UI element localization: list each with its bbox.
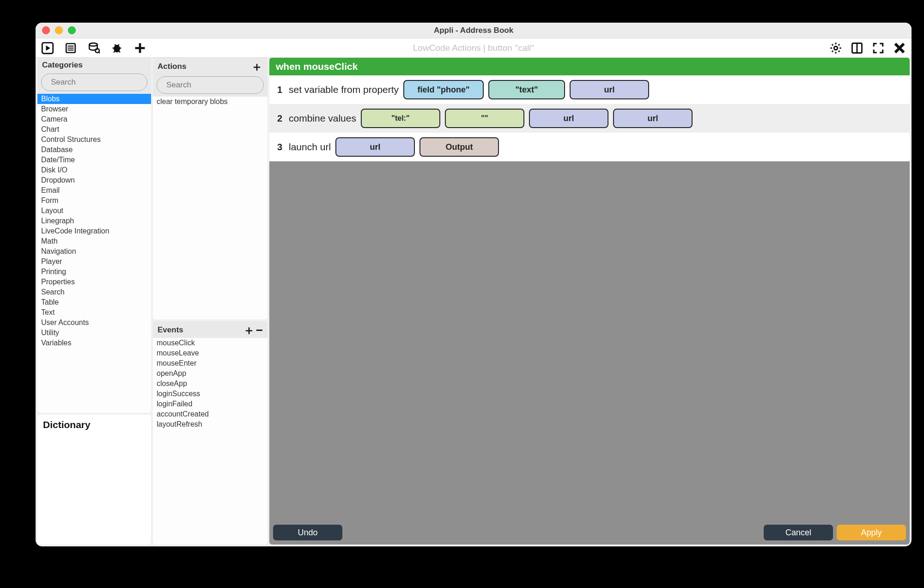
step-label: combine values bbox=[289, 113, 356, 124]
category-item[interactable]: Navigation bbox=[37, 246, 151, 257]
editor-body: Categories BlobsBrowserCameraChartContro… bbox=[36, 58, 912, 546]
actions-list[interactable]: clear temporary blobs bbox=[153, 97, 267, 319]
step-chip[interactable]: Output bbox=[419, 137, 499, 157]
category-item[interactable]: Text bbox=[37, 307, 151, 318]
category-item[interactable]: Database bbox=[37, 145, 151, 155]
step-number: 1 bbox=[273, 85, 282, 95]
event-item[interactable]: closeApp bbox=[153, 379, 267, 389]
svg-rect-2 bbox=[68, 45, 74, 46]
category-item[interactable]: Browser bbox=[37, 104, 151, 114]
categories-header: Categories bbox=[42, 61, 83, 70]
category-item[interactable]: Properties bbox=[37, 277, 151, 287]
close-traffic-light[interactable] bbox=[42, 26, 50, 34]
category-item[interactable]: Variables bbox=[37, 338, 151, 348]
svg-point-8 bbox=[834, 46, 837, 49]
database-icon[interactable] bbox=[87, 42, 100, 55]
category-item[interactable]: Disk I/O bbox=[37, 165, 151, 175]
step-label: set variable from property bbox=[289, 84, 399, 95]
category-item[interactable]: Utility bbox=[37, 328, 151, 338]
category-item[interactable]: User Accounts bbox=[37, 318, 151, 328]
categories-column: Categories BlobsBrowserCameraChartContro… bbox=[36, 58, 153, 546]
plus-icon[interactable] bbox=[134, 42, 146, 55]
step-chip[interactable]: url bbox=[529, 109, 608, 128]
actions-search[interactable] bbox=[157, 76, 264, 94]
step-chip[interactable]: "text" bbox=[488, 80, 565, 99]
categories-list[interactable]: BlobsBrowserCameraChartControl Structure… bbox=[37, 94, 151, 413]
traffic-lights bbox=[42, 26, 76, 34]
bug-icon[interactable] bbox=[110, 42, 123, 55]
category-item[interactable]: Email bbox=[37, 185, 151, 196]
category-item[interactable]: Linegraph bbox=[37, 216, 151, 226]
toolbar: LowCode Actions | button "call" bbox=[36, 38, 912, 58]
add-action-button[interactable]: ＋ bbox=[251, 61, 263, 73]
actions-panel: Actions ＋ clear temporary blobs bbox=[153, 58, 267, 319]
play-icon[interactable] bbox=[41, 42, 54, 55]
event-item[interactable]: mouseEnter bbox=[153, 358, 267, 368]
actions-search-input[interactable] bbox=[166, 80, 264, 90]
event-item[interactable]: loginFailed bbox=[153, 399, 267, 409]
svg-rect-3 bbox=[68, 47, 74, 48]
categories-search[interactable] bbox=[41, 74, 147, 91]
categories-panel: Categories BlobsBrowserCameraChartContro… bbox=[37, 58, 151, 413]
svg-point-6 bbox=[95, 49, 99, 53]
category-item[interactable]: Form bbox=[37, 196, 151, 206]
events-list[interactable]: mouseClickmouseLeavemouseEnteropenAppclo… bbox=[153, 338, 267, 545]
workflow-step[interactable]: 3launch urlurlOutput bbox=[269, 133, 910, 161]
svg-point-5 bbox=[89, 43, 97, 46]
fullscreen-icon[interactable] bbox=[872, 42, 885, 55]
workflow-step[interactable]: 1set variable from propertyfield "phone"… bbox=[269, 75, 910, 104]
workflow-footer: Undo Cancel Apply bbox=[269, 524, 910, 545]
event-item[interactable]: loginSuccess bbox=[153, 389, 267, 399]
actions-header: Actions bbox=[158, 62, 186, 71]
dictionary-header: Dictionary bbox=[43, 419, 146, 430]
cancel-button[interactable]: Cancel bbox=[764, 525, 833, 540]
window-title: Appli - Address Book bbox=[36, 26, 912, 35]
close-icon[interactable] bbox=[893, 42, 906, 55]
category-item[interactable]: Layout bbox=[37, 206, 151, 216]
category-item[interactable]: Table bbox=[37, 297, 151, 307]
step-chip[interactable]: "tel:" bbox=[361, 109, 440, 128]
event-item[interactable]: layoutRefresh bbox=[153, 419, 267, 429]
event-item[interactable]: openApp bbox=[153, 368, 267, 379]
minimize-traffic-light[interactable] bbox=[55, 26, 63, 34]
event-item[interactable]: mouseClick bbox=[153, 338, 267, 348]
step-chip[interactable]: url bbox=[613, 109, 693, 128]
categories-search-input[interactable] bbox=[51, 78, 149, 87]
workflow-event-header: when mouseClick bbox=[269, 58, 910, 75]
workflow-column: when mouseClick 1set variable from prope… bbox=[269, 58, 910, 545]
category-item[interactable]: Search bbox=[37, 287, 151, 297]
toolbar-subtitle: LowCode Actions | button "call" bbox=[36, 43, 912, 53]
category-item[interactable]: Blobs bbox=[37, 94, 151, 104]
remove-event-button[interactable]: − bbox=[256, 324, 263, 336]
add-event-button[interactable]: ＋ bbox=[243, 324, 255, 336]
event-item[interactable]: mouseLeave bbox=[153, 348, 267, 358]
workflow-steps: 1set variable from propertyfield "phone"… bbox=[269, 75, 910, 161]
step-chip[interactable]: url bbox=[335, 137, 415, 157]
events-panel: Events ＋ − mouseClickmouseLeavemouseEnte… bbox=[153, 321, 267, 545]
undo-button[interactable]: Undo bbox=[273, 525, 342, 540]
category-item[interactable]: Dropdown bbox=[37, 175, 151, 185]
event-item[interactable]: accountCreated bbox=[153, 409, 267, 419]
titlebar: Appli - Address Book bbox=[36, 23, 912, 38]
category-item[interactable]: Math bbox=[37, 236, 151, 246]
zoom-traffic-light[interactable] bbox=[68, 26, 76, 34]
step-label: launch url bbox=[289, 141, 331, 153]
category-item[interactable]: Printing bbox=[37, 267, 151, 277]
apply-button[interactable]: Apply bbox=[837, 525, 906, 540]
split-view-icon[interactable] bbox=[851, 42, 863, 55]
list-icon[interactable] bbox=[64, 42, 77, 55]
category-item[interactable]: LiveCode Integration bbox=[37, 226, 151, 236]
category-item[interactable]: Control Structures bbox=[37, 135, 151, 145]
category-item[interactable]: Player bbox=[37, 257, 151, 267]
step-chip[interactable]: field "phone" bbox=[403, 80, 484, 99]
category-item[interactable]: Chart bbox=[37, 124, 151, 135]
step-chip[interactable]: url bbox=[570, 80, 649, 99]
action-item[interactable]: clear temporary blobs bbox=[153, 97, 267, 107]
gear-icon[interactable] bbox=[829, 42, 842, 55]
workflow-step[interactable]: 2combine values"tel:"""urlurl bbox=[269, 104, 910, 133]
category-item[interactable]: Camera bbox=[37, 114, 151, 124]
category-item[interactable]: Date/Time bbox=[37, 155, 151, 165]
middle-column: Actions ＋ clear temporary blobs Events ＋… bbox=[153, 58, 269, 546]
step-chip[interactable]: "" bbox=[445, 109, 524, 128]
step-number: 2 bbox=[273, 113, 282, 124]
